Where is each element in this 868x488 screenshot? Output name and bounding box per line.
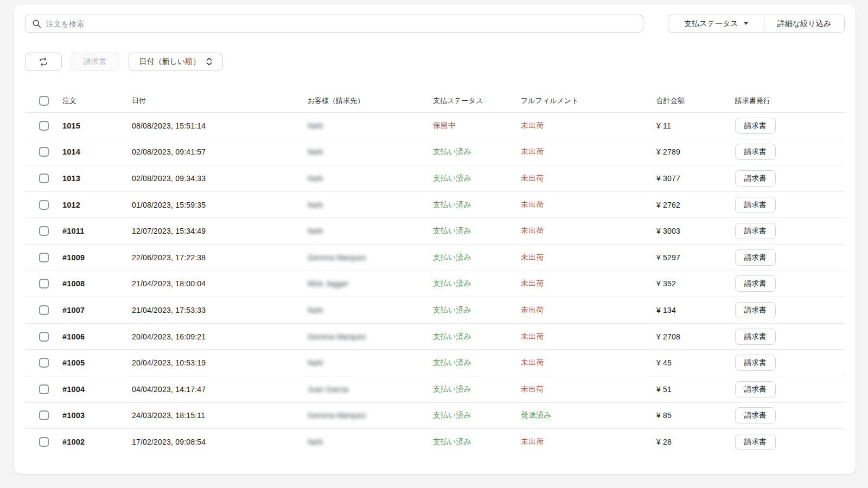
- order-date: 12/07/2023, 15:34:49: [132, 227, 308, 235]
- row-checkbox[interactable]: [39, 174, 49, 183]
- order-total: ¥ 2762: [656, 201, 735, 209]
- order-date: 08/08/2023, 15:51:14: [132, 121, 308, 130]
- row-invoice-button[interactable]: 請求書: [735, 381, 776, 397]
- order-number-link[interactable]: #1004: [62, 385, 132, 394]
- row-checkbox[interactable]: [39, 410, 49, 420]
- row-checkbox[interactable]: [39, 200, 49, 210]
- invoice-bulk-button[interactable]: 請求書: [71, 53, 119, 70]
- row-invoice-button[interactable]: 請求書: [735, 249, 776, 266]
- order-number-link[interactable]: #1005: [62, 358, 132, 367]
- order-date: 20/04/2023, 16:09:21: [132, 332, 308, 341]
- customer-name-blurred: NaN: [308, 147, 433, 156]
- refresh-button[interactable]: [25, 53, 62, 70]
- payment-status: 支払い済み: [433, 358, 521, 368]
- row-invoice-button[interactable]: 請求書: [735, 144, 776, 160]
- order-date: 04/04/2023, 14:17:47: [132, 385, 308, 394]
- actions-toolbar: 請求書 日付（新しい順）: [25, 53, 845, 70]
- fulfillment-status: 未出荷: [521, 253, 656, 262]
- payment-status: 支払い済み: [433, 226, 521, 236]
- row-invoice-button[interactable]: 請求書: [735, 407, 776, 423]
- row-checkbox[interactable]: [39, 226, 49, 236]
- order-number-link[interactable]: #1006: [62, 332, 132, 341]
- table-row: #1009 22/06/2023, 17:22:38 Gemma Marquez…: [25, 244, 845, 271]
- table-header: 注文 日付 お客様（請求先） 支払ステータス フルフィルメント 合計金額 請求書…: [25, 89, 845, 112]
- search-input[interactable]: [46, 20, 636, 28]
- order-number-link[interactable]: 1014: [62, 147, 132, 156]
- row-checkbox[interactable]: [39, 358, 49, 368]
- customer-name-blurred: NaN: [308, 121, 433, 130]
- row-checkbox[interactable]: [39, 253, 49, 262]
- customer-name-blurred: Juan Garcia: [308, 385, 433, 394]
- order-total: ¥ 134: [656, 306, 735, 314]
- order-date: 17/02/2023, 09:08:54: [132, 438, 308, 446]
- order-number-link[interactable]: #1002: [62, 438, 132, 446]
- order-total: ¥ 45: [656, 358, 735, 367]
- order-search-box[interactable]: [25, 15, 643, 33]
- table-body: 1015 08/08/2023, 15:51:14 NaN 保留中 未出荷 ¥ …: [25, 112, 845, 455]
- sort-select-value: 日付（新しい順）: [139, 57, 201, 67]
- order-total: ¥ 5297: [656, 253, 735, 262]
- order-number-link[interactable]: 1015: [62, 121, 132, 130]
- row-checkbox[interactable]: [39, 332, 49, 342]
- row-invoice-button[interactable]: 請求書: [735, 355, 776, 371]
- customer-name-blurred: NaN: [308, 306, 433, 314]
- order-date: 21/04/2023, 18:00:04: [132, 279, 308, 288]
- fulfillment-status: 未出荷: [521, 305, 656, 315]
- sort-select[interactable]: 日付（新しい順）: [129, 53, 223, 70]
- order-date: 22/06/2023, 17:22:38: [132, 253, 308, 262]
- advanced-filter-button[interactable]: 詳細な絞り込み: [764, 15, 844, 32]
- customer-name-blurred: Gemma Marquez: [308, 411, 433, 420]
- order-number-link[interactable]: #1007: [62, 306, 132, 314]
- fulfillment-status: 未出荷: [521, 358, 656, 368]
- row-checkbox[interactable]: [39, 121, 49, 131]
- order-date: 02/08/2023, 09:34:33: [132, 174, 308, 183]
- fulfillment-status: 発送済み: [521, 410, 656, 420]
- column-header-order: 注文: [62, 96, 132, 106]
- table-row: 1013 02/08/2023, 09:34:33 NaN 支払い済み 未出荷 …: [25, 165, 845, 191]
- select-all-checkbox[interactable]: [39, 96, 49, 106]
- row-invoice-button[interactable]: 請求書: [735, 118, 776, 134]
- column-header-fulfillment: フルフィルメント: [521, 96, 656, 106]
- refresh-icon: [39, 57, 48, 67]
- order-number-link[interactable]: 1012: [62, 201, 132, 209]
- caret-down-icon: [744, 22, 748, 25]
- order-number-link[interactable]: #1011: [62, 227, 132, 235]
- order-number-link[interactable]: #1003: [62, 411, 132, 420]
- table-row: 1015 08/08/2023, 15:51:14 NaN 保留中 未出荷 ¥ …: [25, 112, 845, 139]
- row-invoice-button[interactable]: 請求書: [735, 170, 776, 187]
- row-checkbox[interactable]: [39, 305, 49, 315]
- row-checkbox[interactable]: [39, 279, 49, 288]
- order-number-link[interactable]: #1008: [62, 279, 132, 288]
- row-checkbox[interactable]: [39, 384, 49, 394]
- customer-name-blurred: NaN: [308, 438, 433, 446]
- payment-status: 支払い済み: [433, 253, 521, 262]
- row-checkbox[interactable]: [39, 437, 49, 447]
- order-number-link[interactable]: #1009: [62, 253, 132, 262]
- row-invoice-button[interactable]: 請求書: [735, 223, 776, 239]
- fulfillment-status: 未出荷: [521, 121, 656, 131]
- row-invoice-button[interactable]: 請求書: [735, 434, 776, 450]
- order-date: 20/04/2023, 10:53:19: [132, 358, 308, 367]
- table-row: #1008 21/04/2023, 18:00:04 Mick Jagger 支…: [25, 271, 845, 297]
- row-invoice-button[interactable]: 請求書: [735, 329, 776, 345]
- payment-status: 支払い済み: [433, 437, 521, 447]
- customer-name-blurred: NaN: [308, 227, 433, 235]
- row-invoice-button[interactable]: 請求書: [735, 275, 776, 292]
- orders-panel: 支払ステータス 詳細な絞り込み 請求書 日付（新しい順）: [14, 4, 856, 474]
- fulfillment-status: 未出荷: [521, 332, 656, 342]
- customer-name-blurred: NaN: [308, 174, 433, 183]
- row-invoice-button[interactable]: 請求書: [735, 302, 776, 318]
- column-header-payment-status: 支払ステータス: [433, 96, 521, 106]
- payment-status-filter-button[interactable]: 支払ステータス: [668, 15, 764, 32]
- customer-name-blurred: Mick Jagger: [308, 279, 433, 288]
- order-number-link[interactable]: 1013: [62, 174, 132, 183]
- table-row: #1003 24/03/2023, 18:15:11 Gemma Marquez…: [25, 402, 845, 429]
- payment-status-filter-label: 支払ステータス: [684, 19, 738, 29]
- payment-status: 支払い済み: [433, 147, 521, 157]
- row-invoice-button[interactable]: 請求書: [735, 197, 776, 213]
- row-checkbox[interactable]: [39, 147, 49, 157]
- orders-table: 注文 日付 お客様（請求先） 支払ステータス フルフィルメント 合計金額 請求書…: [25, 89, 845, 455]
- table-row: #1002 17/02/2023, 09:08:54 NaN 支払い済み 未出荷…: [25, 428, 845, 455]
- order-total: ¥ 28: [656, 438, 735, 446]
- payment-status: 支払い済み: [433, 410, 521, 420]
